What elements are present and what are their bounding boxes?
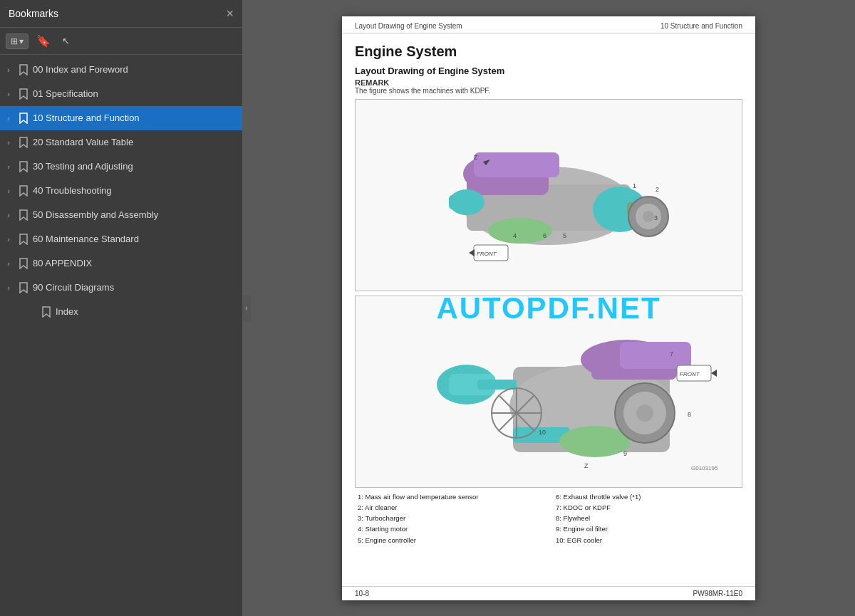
remark-text: The figure shows the machines with KDPF.: [355, 87, 742, 95]
svg-text:8: 8: [688, 411, 691, 418]
bookmark-list: ›00 Index and Foreword›01 Specification›…: [0, 55, 242, 616]
sidebar-item-item-20[interactable]: ›20 Standard Value Table: [0, 130, 242, 155]
svg-text:7: 7: [670, 350, 673, 357]
bookmark-icon: [17, 234, 30, 245]
caption-item-4: 3: Turbocharger: [358, 513, 542, 523]
sidebar-item-item-index[interactable]: Index: [0, 300, 242, 324]
bookmark-label: Index: [56, 306, 237, 318]
svg-text:10: 10: [539, 429, 546, 436]
footer-document-code: PW98MR-11E0: [693, 590, 742, 597]
dropdown-arrow-icon: ▾: [19, 36, 24, 46]
footer-page-number: 10-8: [355, 590, 369, 597]
document-page: Layout Drawing of Engine System 10 Struc…: [342, 16, 755, 600]
expand-arrow-icon: ›: [3, 235, 14, 244]
svg-text:9: 9: [623, 450, 627, 457]
svg-text:6: 6: [543, 232, 546, 239]
bookmark-icon: [17, 161, 30, 172]
bookmark-label: 90 Circuit Diagrams: [33, 282, 237, 294]
remark-label: REMARK: [355, 78, 742, 87]
bookmark-add-button[interactable]: 🔖: [33, 32, 54, 50]
main-content: AUTOPDF.NET Layout Drawing of Engine Sys…: [242, 0, 855, 616]
expand-arrow-icon: ›: [3, 259, 14, 268]
caption-item-3: 7: KDOC or KDPF: [556, 503, 740, 513]
svg-text:5: 5: [563, 232, 566, 239]
svg-text:4: 4: [513, 232, 517, 239]
sidebar-item-item-30[interactable]: ›30 Testing and Adjusting: [0, 155, 242, 179]
svg-text:1: 1: [633, 182, 636, 189]
expand-arrow-icon: ›: [3, 162, 14, 171]
sidebar-toolbar: ⊞ ▾ 🔖 ↖: [0, 28, 242, 55]
engine-diagram-top: FRONT Z 1 2 3 4 5 6: [355, 99, 742, 291]
view-options-button[interactable]: ⊞ ▾: [6, 33, 28, 49]
expand-arrow-icon: ›: [3, 138, 14, 147]
svg-rect-29: [620, 342, 691, 369]
bookmark-icon: [17, 88, 30, 100]
caption-item-0: 1: Mass air flow and temperature sensor: [358, 492, 542, 502]
header-left: Layout Drawing of Engine System: [355, 22, 462, 30]
bookmark-icon: [40, 306, 53, 318]
bookmark-icon: [17, 209, 30, 221]
caption-item-5: 8: Flywheel: [556, 513, 740, 523]
svg-text:FRONT: FRONT: [680, 371, 700, 377]
svg-text:3: 3: [654, 214, 658, 221]
svg-point-13: [643, 211, 654, 222]
header-right: 10 Structure and Function: [660, 22, 742, 30]
expand-arrow-icon: ›: [3, 114, 14, 122]
bookmark-label: 10 Structure and Function: [33, 113, 237, 125]
sidebar-item-item-80[interactable]: ›80 APPENDIX: [0, 251, 242, 276]
sidebar-item-item-90[interactable]: ›90 Circuit Diagrams: [0, 276, 242, 300]
sidebar-header: Bookmarks ×: [0, 0, 242, 28]
sidebar-collapse-handle[interactable]: ‹: [242, 296, 251, 321]
svg-point-10: [488, 218, 552, 244]
bookmark-label: 80 APPENDIX: [33, 258, 237, 270]
bookmark-label: 20 Standard Value Table: [33, 137, 237, 149]
svg-marker-16: [469, 249, 475, 256]
sidebar-item-item-10[interactable]: ›10 Structure and Function: [0, 106, 242, 130]
bookmark-label: 40 Troubleshooting: [33, 185, 237, 197]
bookmark-icon: [17, 258, 30, 269]
caption-item-7: 9: Engine oil filter: [556, 524, 740, 534]
sidebar-item-item-60[interactable]: ›60 Maintenance Standard: [0, 227, 242, 251]
sidebar-title: Bookmarks: [9, 8, 58, 19]
bookmark-icon: [17, 113, 30, 124]
svg-rect-4: [474, 152, 559, 177]
caption-item-1: 6: Exhaust throttle valve (*1): [556, 492, 740, 502]
svg-point-37: [636, 404, 653, 422]
caption-item-6: 4: Starting motor: [358, 524, 542, 534]
caption-item-2: 2: Air cleaner: [358, 503, 542, 513]
svg-text:Z: Z: [584, 462, 589, 469]
sidebar-item-item-01[interactable]: ›01 Specification: [0, 82, 242, 106]
grid-icon: ⊞: [11, 36, 18, 46]
sidebar: Bookmarks × ⊞ ▾ 🔖 ↖ ›00 Index and Forewo…: [0, 0, 242, 616]
bookmark-label: 30 Testing and Adjusting: [33, 161, 237, 173]
svg-text:FRONT: FRONT: [477, 251, 497, 257]
sidebar-item-item-00[interactable]: ›00 Index and Foreword: [0, 58, 242, 82]
svg-marker-45: [711, 370, 717, 377]
bookmark-icon: [17, 137, 30, 148]
expand-arrow-icon: ›: [3, 187, 14, 195]
cursor-icon: ↖: [58, 33, 73, 48]
page-footer: 10-8 PW98MR-11E0: [342, 586, 755, 600]
caption-item-8: 5: Engine controller: [358, 536, 542, 545]
sidebar-item-item-40[interactable]: ›40 Troubleshooting: [0, 179, 242, 203]
engine-illustration-top: FRONT Z 1 2 3 4 5 6: [363, 106, 734, 284]
bookmark-icon: [17, 64, 30, 75]
bookmark-label: 01 Specification: [33, 88, 237, 100]
sidebar-item-item-50[interactable]: ›50 Disassembly and Assembly: [0, 203, 242, 227]
expand-arrow-icon: ›: [3, 211, 14, 219]
svg-text:2: 2: [656, 186, 659, 193]
bookmark-icon: 🔖: [36, 35, 51, 47]
page-body: Engine System Layout Drawing of Engine S…: [342, 33, 755, 586]
expand-arrow-icon: ›: [3, 283, 14, 292]
close-button[interactable]: ×: [226, 7, 234, 20]
document-subtitle: Layout Drawing of Engine System: [355, 66, 742, 76]
document-title: Engine System: [355, 43, 742, 60]
bookmark-icon: [17, 282, 30, 293]
svg-rect-32: [477, 380, 517, 390]
engine-illustration-bottom: FRONT Z 7 8 9 10 G0103195: [363, 303, 734, 481]
bookmark-label: 50 Disassembly and Assembly: [33, 209, 237, 221]
page-header: Layout Drawing of Engine System 10 Struc…: [342, 16, 755, 33]
caption-item-9: 10: EGR cooler: [556, 536, 740, 545]
bookmark-label: 00 Index and Foreword: [33, 64, 237, 76]
bookmark-label: 60 Maintenance Standard: [33, 234, 237, 246]
